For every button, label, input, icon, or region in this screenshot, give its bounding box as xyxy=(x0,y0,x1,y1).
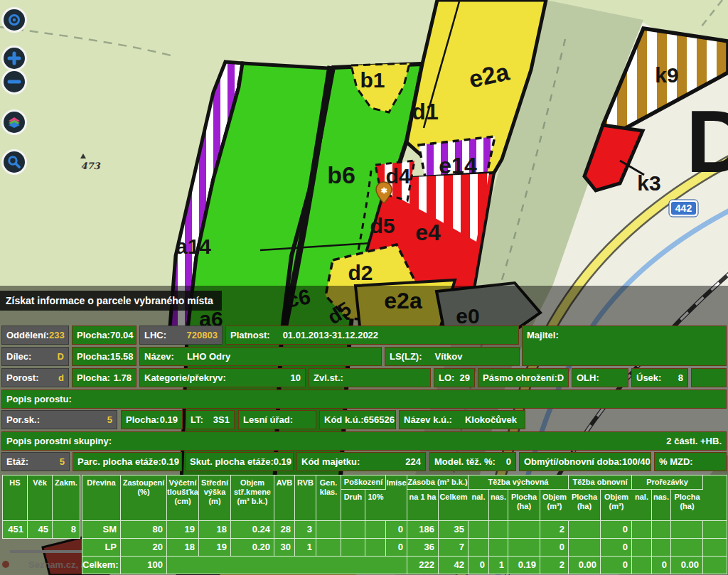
column-subheader: Druh xyxy=(341,490,365,520)
column-group: Těžba obnovníPlocha (ha)Objem (m³) xyxy=(569,475,632,521)
data-cell: 1 xyxy=(295,539,316,557)
column-subheader: na 1 ha xyxy=(407,490,439,520)
column-subheader: Plocha (ha) xyxy=(508,490,540,520)
column-header: Věk xyxy=(28,475,53,521)
footer-cell xyxy=(632,557,652,574)
column-subheader: Plocha (ha) xyxy=(569,490,601,520)
locate-icon xyxy=(6,12,22,28)
data-cell xyxy=(316,521,341,539)
field-kod-majetku: Kód majetku: 224 xyxy=(296,452,426,471)
zoom-in-icon xyxy=(6,50,22,66)
field-porost: Porost: d xyxy=(1,368,69,387)
field-obmyti: Obmýtí/obnovní doba: 100/40 xyxy=(519,452,651,471)
column-header: Gen. klas. xyxy=(316,475,341,521)
species-detail-table: DřevinaZastoupení (%)Výčetní tloušťka (c… xyxy=(82,475,727,574)
field-zvlst: Zvl.st.: xyxy=(309,368,431,387)
species-row: LP2018190.20301036700 xyxy=(82,539,727,557)
column-subheader: nas. xyxy=(489,490,508,520)
field-plocha-porost: Plocha: 1.78 xyxy=(72,368,136,387)
footer-cell xyxy=(167,557,407,574)
data-cell xyxy=(469,539,489,557)
column-header: Zastoupení (%) xyxy=(121,475,167,521)
zoom-out-icon xyxy=(6,74,22,90)
locate-button[interactable] xyxy=(1,7,27,33)
layers-button[interactable] xyxy=(1,109,27,135)
field-lslz: LS(LZ): Vítkov xyxy=(385,347,520,366)
column-header: Střední výška (m) xyxy=(199,475,231,521)
field-parc-plocha: Parc. plocha etáže: 0.19 xyxy=(73,452,182,471)
data-cell xyxy=(341,521,365,539)
field-plocha-oddeleni: Plocha: 70.04 xyxy=(72,326,136,345)
data-cell: 8 xyxy=(53,521,80,539)
column-header: RVB xyxy=(295,475,316,521)
field-popis-porostu: Popis porostu: xyxy=(1,389,727,409)
forestry-map-app: a14 b6 b1 d1 e2a e14 d4 d5 e4 d2 c6 d5 e… xyxy=(0,0,728,575)
field-mzd: % MZD: xyxy=(654,452,727,471)
field-lhc: LHC: 720803 xyxy=(139,326,223,345)
data-cell: 3 xyxy=(295,521,316,539)
data-cell: 0.20 xyxy=(231,539,274,557)
data-cell xyxy=(671,521,703,539)
data-cell xyxy=(671,539,703,557)
column-group: PoškozeníDruh10% xyxy=(341,475,386,521)
field-pasmo: Pásmo ohrožení: D xyxy=(478,368,569,387)
footer-cell: 0.00 xyxy=(569,557,601,574)
data-cell xyxy=(469,521,489,539)
field-olh: OLH: xyxy=(572,368,628,387)
data-cell: LP xyxy=(82,539,121,557)
field-dilec: Dílec: D xyxy=(1,347,69,366)
data-cell: 0 xyxy=(386,521,407,539)
column-header: Imise xyxy=(386,475,407,521)
layers-icon xyxy=(6,114,22,130)
field-skut-plocha: Skut. plocha etáže: 0.19 xyxy=(185,452,294,471)
field-nazev-ku: Název k.ú.: Klokočůvek xyxy=(399,410,525,429)
field-platnost: Platnost: 01.01.2013-31.12.2022 xyxy=(225,326,519,345)
zoom-in-button[interactable] xyxy=(1,45,27,71)
totals-row: Celkem:10022242010.1920.00000.00 xyxy=(82,557,727,574)
group-header: Poškození xyxy=(341,475,385,490)
data-cell: 30 xyxy=(274,539,295,557)
field-lesni-urad: Lesní úřad: xyxy=(238,410,316,429)
data-cell: 80 xyxy=(121,521,167,539)
group-header: Těžba obnovní xyxy=(569,475,631,490)
field-kod-ku: Kód k.ú.: 656526 xyxy=(319,410,396,429)
field-nazev: Název: LHO Odry xyxy=(139,347,382,366)
data-cell xyxy=(703,521,727,539)
footer-cell: 2 xyxy=(540,557,569,574)
data-cell: 0.24 xyxy=(231,521,274,539)
data-cell: 20 xyxy=(121,539,167,557)
data-cell xyxy=(489,521,508,539)
column-header xyxy=(703,475,727,521)
field-kategorie: Kategorie/překryv: 10 xyxy=(139,368,306,387)
field-plocha-dilec: Plocha: 15.58 xyxy=(72,347,136,366)
column-header: Zakm. xyxy=(53,475,80,521)
data-cell xyxy=(652,539,671,557)
info-tooltip: Získat informace o parcele vybraného mís… xyxy=(0,291,222,311)
data-cell xyxy=(632,539,652,557)
column-subheader: Plocha (ha) xyxy=(671,490,703,520)
column-group: Těžba výchovnánal.nas.Plocha (ha)Objem (… xyxy=(469,475,569,521)
data-cell xyxy=(569,521,601,539)
field-plocha-porsk: Plocha: 0.19 xyxy=(121,410,183,429)
data-cell xyxy=(316,539,341,557)
group-header: Těžba výchovná xyxy=(469,475,568,490)
footer-cell: 0 xyxy=(652,557,671,574)
column-header: Výčetní tloušťka (cm) xyxy=(167,475,199,521)
field-porsk: Por.sk.: 5 xyxy=(1,410,117,429)
zoom-out-button[interactable] xyxy=(1,69,27,95)
field-filler xyxy=(691,368,727,387)
data-cell xyxy=(703,539,727,557)
column-header: HS xyxy=(3,475,28,521)
data-cell: 19 xyxy=(167,521,199,539)
data-cell: SM xyxy=(82,521,121,539)
data-cell xyxy=(365,539,386,557)
field-majitel: Majitel: xyxy=(522,326,727,366)
data-cell: 186 xyxy=(407,521,439,539)
data-cell: 19 xyxy=(199,539,231,557)
data-cell: 36 xyxy=(407,539,439,557)
data-cell xyxy=(569,539,601,557)
field-lt: LT: 3S1 xyxy=(186,410,235,429)
field-popis-skupiny: Popis porostní skupiny: 2 části. +HB. xyxy=(1,431,727,451)
search-button[interactable] xyxy=(1,149,27,175)
data-cell: 0 xyxy=(386,539,407,557)
